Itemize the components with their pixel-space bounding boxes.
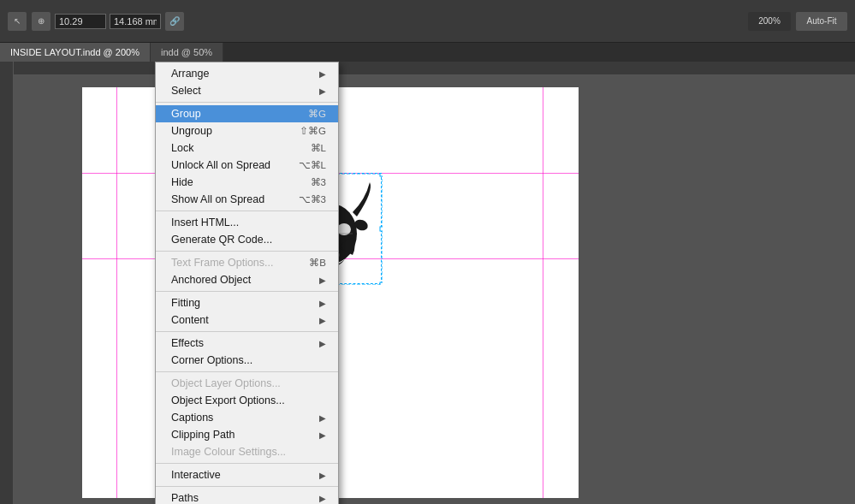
menu-item-anchored-object-label: Anchored Object [171, 274, 251, 286]
separator-1 [156, 102, 338, 103]
menu-item-effects-label: Effects [171, 337, 204, 349]
tab-indd-50[interactable]: indd @ 50% [151, 43, 223, 62]
menu-item-lock-shortcut: ⌘L [311, 142, 326, 154]
context-menu: Arrange ▶ Select ▶ Group ⌘G Ungroup ⇧⌘G … [155, 62, 339, 504]
separator-4 [156, 291, 338, 292]
menu-item-anchored-object-arrow: ▶ [319, 276, 326, 285]
menu-item-text-frame-options-label: Text Frame Options... [171, 257, 273, 269]
main-area: Arrange ▶ Select ▶ Group ⌘G Ungroup ⇧⌘G … [0, 62, 855, 504]
separator-7 [156, 463, 338, 464]
menu-item-object-layer-options: Object Layer Options... [156, 375, 338, 392]
menu-item-image-colour-settings: Image Colour Settings... [156, 443, 338, 460]
separator-8 [156, 486, 338, 487]
menu-item-ungroup-shortcut: ⇧⌘G [300, 125, 326, 137]
toolbar-top: ↖ ⊕ 🔗 200% Auto-Fit [0, 0, 855, 43]
tool-icon-2[interactable]: ⊕ [32, 12, 50, 31]
menu-item-object-export-options-label: Object Export Options... [171, 394, 285, 406]
menu-item-captions-label: Captions [171, 412, 213, 424]
tool-icon-1[interactable]: ↖ [8, 12, 27, 31]
ruler-horizontal [14, 62, 855, 75]
menu-item-clipping-path-arrow: ▶ [319, 430, 326, 440]
tool-icon-3[interactable]: 🔗 [165, 12, 184, 31]
guide-line-v2 [543, 87, 543, 498]
menu-item-fitting[interactable]: Fitting ▶ [156, 294, 338, 311]
ruler-vertical [0, 62, 14, 504]
svg-rect-15 [380, 227, 383, 231]
separator-6 [156, 371, 338, 372]
tab-inside-layout[interactable]: INSIDE LAYOUT.indd @ 200% [0, 43, 151, 62]
menu-item-paths[interactable]: Paths ▶ [156, 489, 338, 504]
menu-item-content[interactable]: Content ▶ [156, 311, 338, 329]
menu-item-select[interactable]: Select ▶ [156, 82, 338, 99]
menu-item-paths-label: Paths [171, 492, 199, 504]
menu-item-lock-label: Lock [171, 142, 193, 154]
separator-3 [156, 251, 338, 252]
menu-item-group[interactable]: Group ⌘G [156, 105, 338, 122]
menu-item-object-layer-options-label: Object Layer Options... [171, 377, 281, 389]
menu-item-fitting-arrow: ▶ [319, 299, 326, 308]
auto-fit-btn[interactable]: Auto-Fit [796, 12, 847, 31]
menu-item-image-colour-settings-label: Image Colour Settings... [171, 446, 286, 458]
menu-item-arrange-label: Arrange [171, 68, 209, 80]
zoom-input[interactable]: 200% [748, 12, 791, 31]
menu-item-effects-arrow: ▶ [319, 339, 326, 348]
menu-item-paths-arrow: ▶ [319, 494, 326, 503]
menu-item-group-label: Group [171, 108, 201, 120]
menu-item-group-shortcut: ⌘G [308, 108, 326, 120]
menu-item-insert-html[interactable]: Insert HTML... [156, 214, 338, 231]
menu-item-text-frame-options-shortcut: ⌘B [309, 257, 326, 269]
menu-item-generate-qr-label: Generate QR Code... [171, 234, 272, 246]
menu-item-arrange-arrow: ▶ [319, 69, 326, 79]
menu-item-fitting-label: Fitting [171, 297, 200, 309]
dimension-input-1[interactable] [55, 14, 106, 29]
menu-item-corner-options[interactable]: Corner Options... [156, 352, 338, 369]
menu-item-unlock-all-shortcut: ⌥⌘L [299, 159, 326, 171]
svg-rect-13 [380, 174, 383, 176]
menu-item-unlock-all[interactable]: Unlock All on Spread ⌥⌘L [156, 157, 338, 174]
menu-item-interactive-arrow: ▶ [319, 471, 326, 480]
menu-item-anchored-object[interactable]: Anchored Object ▶ [156, 271, 338, 288]
menu-item-lock[interactable]: Lock ⌘L [156, 139, 338, 157]
menu-item-insert-html-label: Insert HTML... [171, 216, 239, 228]
menu-item-effects[interactable]: Effects ▶ [156, 335, 338, 352]
menu-item-select-arrow: ▶ [319, 86, 326, 96]
canvas-area: Arrange ▶ Select ▶ Group ⌘G Ungroup ⇧⌘G … [14, 62, 855, 504]
menu-item-show-all-shortcut: ⌥⌘3 [299, 193, 326, 205]
menu-item-ungroup[interactable]: Ungroup ⇧⌘G [156, 122, 338, 139]
menu-item-captions[interactable]: Captions ▶ [156, 409, 338, 426]
tab-bar: INSIDE LAYOUT.indd @ 200% indd @ 50% [0, 43, 855, 62]
menu-item-interactive-label: Interactive [171, 469, 221, 481]
menu-item-show-all-label: Show All on Spread [171, 193, 264, 205]
menu-item-content-label: Content [171, 314, 209, 326]
menu-item-unlock-all-label: Unlock All on Spread [171, 159, 270, 171]
menu-item-corner-options-label: Corner Options... [171, 354, 252, 366]
menu-item-ungroup-label: Ungroup [171, 125, 212, 137]
menu-item-hide-shortcut: ⌘3 [311, 176, 326, 188]
menu-item-clipping-path[interactable]: Clipping Path ▶ [156, 426, 338, 443]
menu-item-content-arrow: ▶ [319, 316, 326, 325]
menu-item-clipping-path-label: Clipping Path [171, 429, 235, 441]
separator-5 [156, 331, 338, 332]
menu-item-select-label: Select [171, 85, 201, 97]
guide-line-v1 [116, 87, 117, 498]
menu-item-hide-label: Hide [171, 176, 193, 188]
menu-item-hide[interactable]: Hide ⌘3 [156, 174, 338, 191]
menu-item-generate-qr[interactable]: Generate QR Code... [156, 231, 338, 248]
menu-item-show-all[interactable]: Show All on Spread ⌥⌘3 [156, 191, 338, 208]
dimension-input-2[interactable] [110, 14, 161, 29]
menu-item-text-frame-options: Text Frame Options... ⌘B [156, 254, 338, 271]
menu-item-arrange[interactable]: Arrange ▶ [156, 65, 338, 82]
menu-item-interactive[interactable]: Interactive ▶ [156, 466, 338, 483]
menu-item-captions-arrow: ▶ [319, 413, 326, 423]
menu-item-object-export-options[interactable]: Object Export Options... [156, 392, 338, 409]
svg-rect-18 [380, 282, 383, 285]
separator-2 [156, 210, 338, 211]
